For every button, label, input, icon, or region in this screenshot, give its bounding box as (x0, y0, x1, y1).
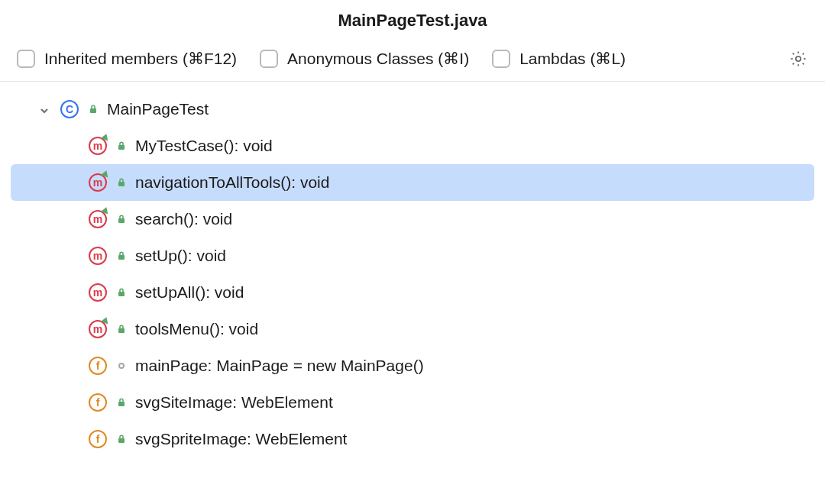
member-label: svgSiteImage: WebElement (135, 393, 333, 412)
svg-rect-1 (90, 108, 96, 113)
lock-icon (115, 141, 128, 151)
filter-label: Anonymous Classes (⌘I) (287, 50, 469, 68)
tree-root-class[interactable]: C MainPageTest (0, 91, 825, 128)
svg-rect-5 (118, 255, 125, 260)
structure-popup: MainPageTest.java Inherited members (⌘F1… (0, 0, 825, 504)
lock-icon (115, 397, 128, 408)
member-label: svgSpriteImage: WebElement (135, 430, 347, 448)
structure-tree[interactable]: C MainPageTest mMyTestCase(): voidmnavig… (0, 82, 825, 504)
filter-inherited[interactable]: Inherited members (⌘F12) (17, 50, 237, 68)
chevron-down-icon[interactable] (38, 102, 52, 116)
lock-icon (115, 287, 128, 298)
member-label: toolsMenu(): void (135, 320, 258, 338)
member-label: setUp(): void (135, 247, 226, 265)
member-label: search(): void (135, 210, 232, 228)
lock-icon (115, 324, 128, 334)
member-label: mainPage: MainPage = new MainPage() (135, 357, 424, 375)
tree-member-row[interactable]: mMyTestCase(): void (0, 128, 825, 164)
tree-member-row[interactable]: fsvgSiteImage: WebElement (0, 384, 825, 421)
filter-label: Lambdas (⌘L) (519, 50, 626, 68)
method-icon: m (88, 246, 108, 266)
lock-icon (115, 177, 128, 188)
class-label: MainPageTest (107, 100, 209, 118)
filter-bar: Inherited members (⌘F12) Anonymous Class… (0, 44, 825, 82)
tree-member-row[interactable]: mtoolsMenu(): void (0, 311, 825, 347)
svg-rect-7 (118, 328, 125, 333)
field-icon: f (88, 393, 108, 412)
lock-icon (115, 434, 128, 444)
svg-rect-4 (118, 218, 125, 223)
lock-icon (115, 214, 128, 225)
settings-button[interactable] (788, 49, 808, 69)
window-title: MainPageTest.java (0, 0, 825, 44)
checkbox-icon (17, 50, 35, 68)
method-icon: m (88, 283, 108, 302)
gear-icon (789, 50, 807, 68)
member-label: navigationToAllTools(): void (135, 173, 329, 192)
filter-lambdas[interactable]: Lambdas (⌘L) (492, 50, 626, 68)
field-icon: f (88, 356, 108, 376)
lock-icon (115, 250, 128, 261)
member-label: setUpAll(): void (135, 283, 244, 302)
lock-icon (87, 104, 99, 115)
field-icon: f (88, 429, 108, 449)
tree-member-row[interactable]: msetUp(): void (0, 237, 825, 274)
tree-member-row[interactable]: msearch(): void (0, 201, 825, 237)
svg-rect-3 (118, 182, 125, 186)
method-icon: m (88, 136, 108, 156)
svg-rect-8 (118, 402, 125, 406)
tree-member-row[interactable]: mnavigationToAllTools(): void (11, 164, 814, 201)
svg-rect-2 (118, 145, 125, 150)
method-icon: m (88, 173, 108, 192)
svg-rect-6 (118, 292, 125, 296)
package-visibility-icon (115, 363, 128, 369)
tree-member-row[interactable]: fmainPage: MainPage = new MainPage() (0, 347, 825, 384)
member-label: MyTestCase(): void (135, 137, 273, 155)
filter-label: Inherited members (⌘F12) (44, 50, 237, 68)
checkbox-icon (492, 50, 510, 68)
checkbox-icon (260, 50, 278, 68)
tree-member-row[interactable]: msetUpAll(): void (0, 274, 825, 311)
class-icon: C (60, 99, 79, 119)
svg-point-0 (796, 57, 801, 61)
method-icon: m (88, 319, 108, 339)
filter-anonymous[interactable]: Anonymous Classes (⌘I) (260, 50, 469, 68)
method-icon: m (88, 209, 108, 229)
svg-rect-9 (118, 438, 125, 443)
tree-member-row[interactable]: fsvgSpriteImage: WebElement (0, 421, 825, 457)
